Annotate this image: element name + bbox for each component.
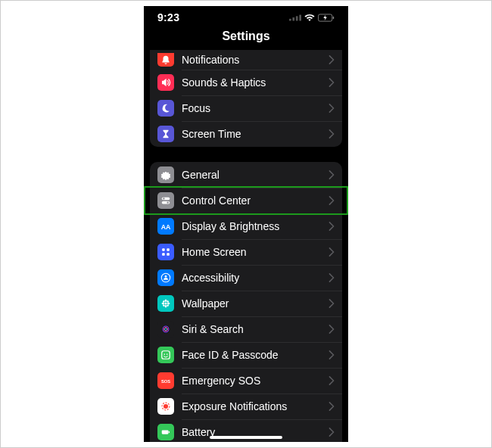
siri-icon <box>157 321 174 338</box>
row-label: Screen Time <box>182 128 329 140</box>
chevron-right-icon <box>329 104 335 113</box>
page-title: Settings <box>144 29 348 50</box>
toggles-icon <box>157 192 174 209</box>
settings-row-accessibility[interactable]: Accessibility <box>150 265 342 291</box>
chevron-right-icon <box>329 78 335 87</box>
settings-row-wallpaper[interactable]: Wallpaper <box>150 291 342 316</box>
settings-row-control-center[interactable]: Control Center <box>150 188 342 213</box>
chevron-right-icon <box>329 247 335 257</box>
row-label: Accessibility <box>182 272 329 284</box>
hourglass-icon <box>157 126 174 142</box>
chevron-right-icon <box>329 299 335 308</box>
row-label: Wallpaper <box>182 297 329 310</box>
status-indicators <box>289 14 335 22</box>
chevron-right-icon <box>329 428 335 437</box>
row-label: Face ID & Passcode <box>182 349 329 361</box>
battery-charging-icon <box>318 14 335 22</box>
row-label: Emergency SOS <box>182 375 329 387</box>
chevron-right-icon <box>329 325 335 334</box>
settings-row-siri-search[interactable]: Siri & Search <box>150 316 342 342</box>
chevron-right-icon <box>329 196 335 205</box>
row-label: Siri & Search <box>182 323 329 335</box>
chevron-right-icon <box>329 350 335 359</box>
row-label: Home Screen <box>182 246 329 258</box>
row-label: Focus <box>182 102 329 114</box>
svg-rect-2 <box>296 16 298 20</box>
outer-frame: 9:23 Settings NotificationsSounds & Hapt… <box>0 0 492 448</box>
settings-group: GeneralControl CenterDisplay & Brightnes… <box>150 162 342 442</box>
settings-row-face-id-passcode[interactable]: Face ID & Passcode <box>150 342 342 368</box>
exposure-icon <box>157 398 174 415</box>
aa-icon <box>157 218 174 235</box>
chevron-right-icon <box>329 170 335 179</box>
sos-icon <box>157 372 174 389</box>
chevron-right-icon <box>329 222 335 231</box>
moon-icon <box>157 100 174 117</box>
face-icon <box>157 347 174 363</box>
settings-row-notifications[interactable]: Notifications <box>150 50 342 70</box>
grid-icon <box>157 244 174 260</box>
settings-row-display-brightness[interactable]: Display & Brightness <box>150 213 342 239</box>
settings-row-emergency-sos[interactable]: Emergency SOS <box>150 368 342 394</box>
chevron-right-icon <box>329 129 335 138</box>
bell-icon <box>157 53 174 67</box>
settings-row-screen-time[interactable]: Screen Time <box>150 121 342 147</box>
settings-row-general[interactable]: General <box>150 162 342 188</box>
settings-group: NotificationsSounds & HapticsFocusScreen… <box>150 50 342 147</box>
row-label: Exposure Notifications <box>182 400 329 412</box>
home-indicator[interactable] <box>210 436 282 439</box>
row-label: Sounds & Haptics <box>182 76 329 89</box>
wifi-icon <box>304 14 315 22</box>
flower-icon <box>157 295 174 312</box>
person-icon <box>157 269 174 286</box>
svg-rect-1 <box>292 17 294 20</box>
settings-row-focus[interactable]: Focus <box>150 95 342 121</box>
svg-rect-0 <box>289 19 291 21</box>
row-label: Notifications <box>182 54 329 66</box>
row-label: Display & Brightness <box>182 220 329 232</box>
gear-icon <box>157 166 174 183</box>
chevron-right-icon <box>329 273 335 282</box>
status-time: 9:23 <box>157 11 179 23</box>
speaker-icon <box>157 74 174 91</box>
status-bar: 9:23 <box>144 6 348 29</box>
chevron-right-icon <box>329 55 335 64</box>
svg-rect-5 <box>333 16 334 19</box>
settings-row-home-screen[interactable]: Home Screen <box>150 239 342 265</box>
chevron-right-icon <box>329 402 335 411</box>
chevron-right-icon <box>329 376 335 385</box>
svg-rect-3 <box>299 14 301 20</box>
settings-row-sounds-haptics[interactable]: Sounds & Haptics <box>150 70 342 95</box>
battery-icon <box>157 424 174 440</box>
cellular-icon <box>289 14 301 21</box>
settings-row-exposure-notifications[interactable]: Exposure Notifications <box>150 394 342 419</box>
row-label: General <box>182 169 329 181</box>
row-label: Control Center <box>182 194 329 207</box>
phone-screen: 9:23 Settings NotificationsSounds & Hapt… <box>144 6 348 442</box>
settings-scroll-area[interactable]: NotificationsSounds & HapticsFocusScreen… <box>144 50 348 442</box>
